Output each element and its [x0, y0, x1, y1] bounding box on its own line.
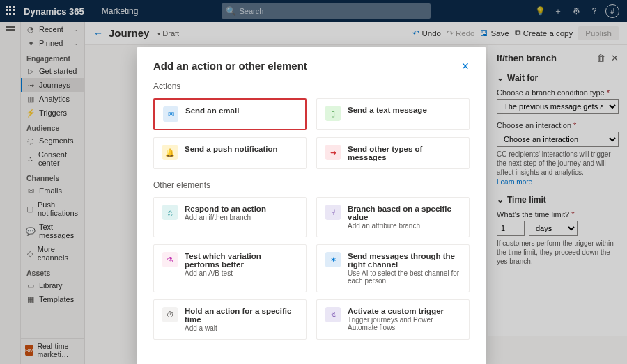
action-send-email[interactable]: ✉ Send an email [153, 98, 307, 130]
flask-icon: ⚗ [162, 252, 178, 267]
element-branch[interactable]: ⑂ Branch based on a specific valueAdd an… [316, 197, 470, 237]
modal-close-button[interactable]: ✕ [461, 61, 470, 72]
email-icon: ✉ [163, 106, 178, 122]
clock-icon: ⏱ [162, 307, 178, 322]
action-send-other[interactable]: ➜ Send other types of messages [316, 137, 470, 169]
element-test[interactable]: ⚗ Test which variation performs betterAd… [153, 244, 307, 292]
branch-icon: ⑂ [325, 205, 341, 220]
action-send-push[interactable]: 🔔 Send a push notification [153, 137, 307, 169]
sms-icon: ▯ [325, 106, 341, 121]
element-trigger[interactable]: ↯ Activate a custom triggerTrigger journ… [316, 299, 470, 340]
ai-channel-icon: ✶ [325, 252, 341, 267]
bell-icon: 🔔 [162, 145, 178, 160]
respond-icon: ⎌ [162, 205, 178, 220]
group-actions-label: Actions [153, 81, 470, 91]
modal-title: Add an action or other element [153, 60, 461, 72]
group-other-label: Other elements [153, 180, 470, 190]
element-channel[interactable]: ✶ Send messages through the right channe… [316, 244, 470, 292]
action-send-text[interactable]: ▯ Send a text message [316, 98, 470, 130]
arrow-icon: ➜ [325, 145, 341, 160]
element-hold[interactable]: ⏱ Hold an action for a specific timeAdd … [153, 299, 307, 340]
trigger-icon: ↯ [325, 307, 341, 322]
add-action-modal: Add an action or other element ✕ Actions… [137, 47, 486, 364]
element-respond[interactable]: ⎌ Respond to an actionAdd an if/then bra… [153, 197, 307, 237]
